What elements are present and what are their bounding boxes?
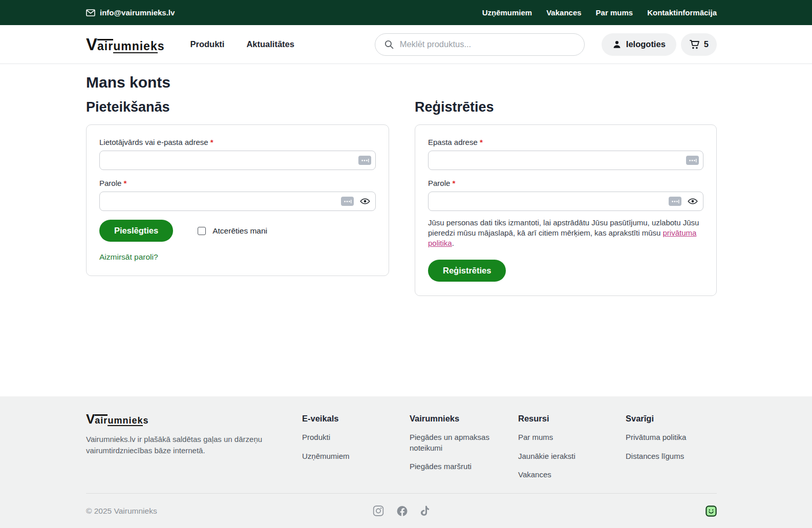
footer-column-title: E-veikals: [302, 414, 410, 424]
register-submit-button[interactable]: Reģistrēties: [428, 260, 506, 282]
tiktok-icon[interactable]: [421, 505, 430, 516]
topbar-link-vakances[interactable]: Vakances: [546, 8, 581, 17]
login-button[interactable]: Ielogoties: [602, 33, 676, 56]
topbar-link-par-mums[interactable]: Par mums: [596, 8, 633, 17]
login-card: Lietotājvārds vai e-pasta adrese * Parol…: [86, 124, 389, 276]
footer: Vairumnieks Vairumnieks.lv ir plašākā sa…: [0, 396, 812, 528]
remember-label: Atcerēties mani: [212, 226, 267, 236]
smiley-icon[interactable]: [706, 505, 717, 517]
topbar-link-kontaktinformacija[interactable]: Kontaktinformācija: [647, 8, 717, 17]
login-section: Pieteikšanās Lietotājvārds vai e-pasta a…: [86, 99, 389, 296]
footer-column-resursi: Resursi Par mums Jaunākie ieraksti Vakan…: [518, 412, 626, 488]
eye-icon[interactable]: [360, 198, 370, 204]
footer-column-eveikals: E-veikals Produkti Uzņēmumiem: [302, 412, 410, 488]
required-asterisk: *: [124, 179, 127, 187]
remember-me: Atcerēties mani: [198, 226, 267, 236]
autofill-dots-icon[interactable]: [669, 197, 681, 206]
topbar-email-link[interactable]: info@vairumnieks.lv: [86, 8, 175, 17]
topbar-nav: Uzņēmumiem Vakances Par mums Kontaktinfo…: [482, 8, 717, 17]
footer-link-piegades-noteikumi[interactable]: Piegādes un apmaksas noteikumi: [410, 432, 492, 453]
footer-column-title: Vairumnieks: [410, 414, 518, 424]
required-asterisk: *: [453, 179, 456, 187]
cart-count-badge: 5: [704, 39, 709, 49]
shopping-cart-icon: [689, 39, 700, 50]
header-nav: Produkti Aktualitātes: [190, 39, 294, 49]
nav-aktualitates[interactable]: Aktualitātes: [246, 39, 294, 49]
nav-produkti[interactable]: Produkti: [190, 39, 225, 49]
footer-link-par-mums[interactable]: Par mums: [518, 432, 626, 442]
site-logo[interactable]: Vairumnieks: [86, 36, 165, 53]
main-content: Mans konts Pieteikšanās Lietotājvārds va…: [0, 64, 812, 396]
register-email-label: Epasta adrese *: [428, 138, 703, 146]
topbar-email-text: info@vairumnieks.lv: [100, 8, 175, 17]
required-asterisk: *: [480, 138, 483, 146]
copyright-text: © 2025 Vairumnieks: [86, 506, 157, 516]
footer-column-vairumnieks: Vairumnieks Piegādes un apmaksas noteiku…: [410, 412, 518, 488]
footer-link-piegades-marsruti[interactable]: Piegādes maršruti: [410, 461, 518, 472]
footer-link-privatuma-politika[interactable]: Privātuma politika: [626, 432, 717, 442]
footer-logo[interactable]: Vairumnieks: [86, 412, 148, 426]
footer-link-uznemumiem[interactable]: Uzņēmumiem: [302, 451, 410, 461]
footer-column-svarigi: Svarīgi Privātuma politika Distances līg…: [626, 412, 717, 488]
login-section-title: Pieteikšanās: [86, 99, 389, 115]
footer-column-title: Resursi: [518, 414, 626, 424]
footer-link-vakances[interactable]: Vakances: [518, 470, 626, 480]
person-icon: [612, 40, 622, 49]
username-label: Lietotājvārds vai e-pasta adrese *: [99, 138, 376, 146]
register-email-input[interactable]: [428, 151, 703, 170]
footer-link-distances-ligums[interactable]: Distances līgums: [626, 451, 717, 461]
register-password-label: Parole *: [428, 179, 703, 187]
register-section-title: Reģistrēties: [415, 99, 717, 115]
username-input[interactable]: [99, 151, 376, 170]
eye-icon[interactable]: [688, 198, 698, 204]
header: Vairumnieks Produkti Aktualitātes Ielogo…: [0, 25, 812, 64]
cart-button[interactable]: 5: [681, 33, 717, 56]
envelope-icon: [86, 9, 95, 16]
privacy-notice: Jūsu personas dati tiks izmantoti, lai a…: [428, 218, 703, 248]
remember-checkbox[interactable]: [198, 227, 206, 235]
topbar-link-uznemumiem[interactable]: Uzņēmumiem: [482, 8, 532, 17]
login-button-label: Ielogoties: [626, 39, 666, 49]
required-asterisk: *: [210, 138, 213, 146]
page-title: Mans konts: [86, 74, 717, 91]
autofill-dots-icon[interactable]: [341, 197, 354, 206]
social-links: [373, 505, 430, 517]
instagram-icon[interactable]: [373, 505, 384, 516]
forgot-password-link[interactable]: Aizmirsāt paroli?: [99, 252, 158, 262]
autofill-dots-icon[interactable]: [686, 156, 699, 165]
footer-link-produkti[interactable]: Produkti: [302, 432, 410, 442]
footer-about: Vairumnieks Vairumnieks.lv ir plašākā sa…: [86, 412, 302, 488]
topbar: info@vairumnieks.lv Uzņēmumiem Vakances …: [0, 0, 812, 25]
login-password-input[interactable]: [99, 192, 376, 211]
register-card: Epasta adrese * Parole *: [415, 124, 717, 296]
footer-link-jaunakie-ieraksti[interactable]: Jaunākie ieraksti: [518, 451, 626, 461]
footer-column-title: Svarīgi: [626, 414, 717, 424]
autofill-dots-icon[interactable]: [358, 156, 371, 165]
footer-description: Vairumnieks.lv ir plašākā saldētas gaļas…: [86, 434, 264, 456]
login-password-label: Parole *: [99, 179, 376, 187]
facebook-icon[interactable]: [397, 505, 408, 517]
search-icon: [384, 39, 394, 50]
search-box: [375, 33, 585, 56]
register-section: Reģistrēties Epasta adrese * Parole *: [415, 99, 717, 296]
register-password-input[interactable]: [428, 192, 703, 211]
login-submit-button[interactable]: Pieslēgties: [99, 220, 173, 242]
search-input[interactable]: [400, 39, 575, 49]
